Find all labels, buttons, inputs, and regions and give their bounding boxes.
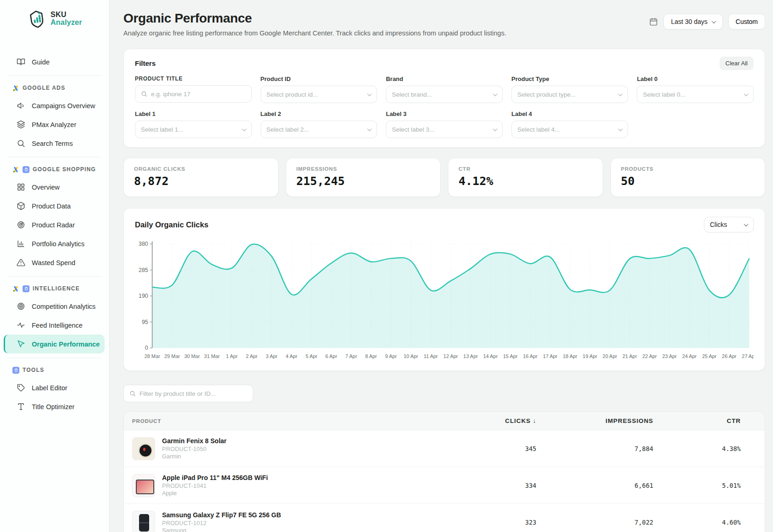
activity-icon: [16, 321, 25, 330]
sidebar-item-label: Search Terms: [32, 140, 73, 147]
shopping-bag-icon: [23, 166, 29, 173]
chevron-down-icon: [367, 92, 372, 96]
sidebar-item-product-data[interactable]: Product Data: [4, 197, 105, 215]
main-content: Organic Performance Analyze organic free…: [110, 0, 773, 532]
svg-text:95: 95: [142, 319, 148, 325]
stat-value: 4.12%: [459, 174, 593, 188]
sidebar-item-portfolio-analytics[interactable]: Portfolio Analytics: [4, 234, 105, 253]
svg-text:12 Apr: 12 Apr: [443, 353, 458, 359]
column-header-ctr[interactable]: CTR: [653, 417, 741, 424]
sidebar-item-wasted-spend[interactable]: Wasted Spend: [4, 253, 105, 272]
package-icon: [16, 202, 25, 211]
sidebar-item-search-terms[interactable]: Search Terms: [4, 134, 105, 153]
svg-text:16 Apr: 16 Apr: [523, 353, 538, 359]
ctr-value: 4.60%: [653, 519, 741, 526]
sidebar-item-label-editor[interactable]: Label Editor: [4, 378, 105, 397]
chevron-down-icon: [744, 222, 749, 226]
svg-text:5 Apr: 5 Apr: [306, 353, 318, 359]
stat-value: 50: [621, 174, 755, 188]
label-1-select[interactable]: Select label 1...: [135, 121, 252, 138]
table-row[interactable]: Apple iPad Pro 11" M4 256GB WiFi PRODUCT…: [124, 467, 765, 504]
cursor-icon: [16, 340, 25, 349]
svg-text:21 Apr: 21 Apr: [622, 353, 637, 359]
sidebar-item-label: Campaigns Overview: [32, 102, 95, 110]
stat-value: 215,245: [296, 174, 430, 188]
chevron-down-icon: [618, 92, 623, 96]
sidebar-item-overview[interactable]: Overview: [4, 178, 105, 197]
table-search-wrap: [123, 385, 253, 402]
product-title-input[interactable]: [151, 91, 246, 98]
chart-title: Daily Organic Clicks: [135, 220, 209, 229]
product-id: PRODUCT-1041: [162, 483, 268, 489]
sort-desc-icon: ↓: [533, 417, 536, 424]
stat-value: 8,872: [134, 174, 268, 188]
sidebar-item-competition-analytics[interactable]: Competition Analytics: [4, 297, 105, 316]
app-name: SKU Analyzer: [51, 11, 82, 27]
sidebar-item-campaigns-overview[interactable]: Campaigns Overview: [4, 96, 105, 115]
sidebar-item-title-optimizer[interactable]: Title Optimizer: [4, 397, 105, 416]
svg-text:10 Apr: 10 Apr: [404, 353, 418, 359]
chevron-down-icon: [618, 127, 623, 131]
search-icon: [16, 139, 25, 148]
sidebar-item-guide[interactable]: Guide: [4, 52, 105, 71]
search-icon: [129, 390, 136, 397]
svg-text:24 Apr: 24 Apr: [682, 353, 697, 359]
table-row[interactable]: Garmin Fenix 8 Solar PRODUCT-1050 Garmin…: [124, 430, 765, 467]
svg-text:4 Apr: 4 Apr: [285, 353, 297, 359]
column-header-product[interactable]: PRODUCT: [132, 418, 467, 424]
daily-clicks-chart: 09519028538028 Mar29 Mar30 Mar31 Mar1 Ap…: [135, 239, 754, 364]
sidebar-item-label: PMax Analyzer: [32, 121, 76, 128]
ctr-value: 5.01%: [653, 482, 741, 489]
product-title: Samsung Galaxy Z Flip7 FE 5G 256 GB: [162, 511, 281, 519]
product-type-select[interactable]: Select product type...: [511, 86, 628, 103]
sidebar-item-product-radar[interactable]: Product Radar: [4, 215, 105, 234]
label-3-select[interactable]: Select label 3...: [386, 121, 503, 138]
table-search-input[interactable]: [139, 390, 247, 397]
label-4-select[interactable]: Select label 4...: [511, 121, 628, 138]
date-range-select[interactable]: Last 30 days: [663, 14, 722, 29]
type-icon: [16, 402, 25, 411]
svg-text:19 Apr: 19 Apr: [583, 353, 598, 359]
google-ads-icon: [12, 285, 19, 292]
stat-card-impressions: IMPRESSIONS 215,245: [286, 158, 441, 197]
sidebar-item-label: Feed Intelligence: [32, 322, 82, 329]
sidebar-section-google-ads: GOOGLE ADS: [0, 82, 109, 93]
sidebar-item-label: Competition Analytics: [32, 303, 96, 310]
sidebar-item-label: Wasted Spend: [32, 259, 76, 266]
clear-all-button[interactable]: Clear All: [720, 57, 754, 70]
svg-text:27 Apr: 27 Apr: [742, 353, 754, 359]
svg-text:23 Apr: 23 Apr: [662, 353, 677, 359]
product-id-select[interactable]: Select product id...: [261, 86, 378, 103]
svg-text:1 Apr: 1 Apr: [226, 353, 238, 359]
bar-chart-icon: [16, 239, 25, 249]
filter-label-product-type: Product Type: [511, 75, 628, 82]
column-header-clicks[interactable]: CLICKS ↓: [467, 417, 536, 424]
label-0-select[interactable]: Select label 0...: [637, 86, 754, 103]
product-title: Garmin Fenix 8 Solar: [162, 437, 227, 445]
product-brand: Garmin: [162, 453, 227, 460]
svg-text:30 Mar: 30 Mar: [184, 353, 200, 359]
sidebar-item-pmax-analyzer[interactable]: PMax Analyzer: [4, 115, 105, 134]
page-subtitle: Analyze organic free listing performance…: [123, 29, 506, 37]
google-ads-icon: [12, 85, 19, 92]
svg-text:7 Apr: 7 Apr: [345, 353, 357, 359]
sidebar-item-feed-intelligence[interactable]: Feed Intelligence: [4, 316, 105, 335]
chart-metric-select[interactable]: Clicks: [704, 217, 754, 232]
radar-icon: [16, 220, 25, 230]
custom-date-button[interactable]: Custom: [728, 14, 765, 29]
impressions-value: 7,884: [536, 445, 653, 452]
stat-card-products: PRODUCTS 50: [610, 158, 766, 197]
layers-icon: [16, 120, 25, 129]
svg-text:9 Apr: 9 Apr: [385, 353, 397, 359]
ctr-value: 4.38%: [653, 445, 741, 452]
sidebar-item-organic-performance[interactable]: Organic Performance: [4, 335, 105, 353]
column-header-impressions[interactable]: IMPRESSIONS: [536, 417, 653, 424]
impressions-value: 6,661: [536, 482, 653, 489]
stat-label: CTR: [459, 166, 593, 172]
table-row[interactable]: Samsung Galaxy Z Flip7 FE 5G 256 GB PROD…: [124, 504, 765, 532]
label-2-select[interactable]: Select label 2...: [261, 121, 378, 138]
clicks-value: 334: [467, 482, 536, 489]
filter-label-product-title: PRODUCT TITLE: [135, 75, 252, 82]
brand-select[interactable]: Select brand...: [386, 86, 503, 103]
daily-clicks-card: Daily Organic Clicks Clicks 095190285380…: [123, 208, 765, 371]
